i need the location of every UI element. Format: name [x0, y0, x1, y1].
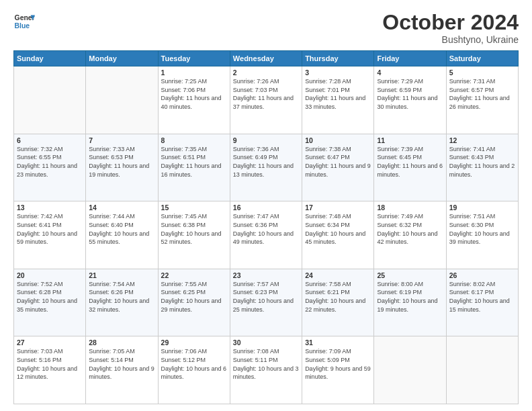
- day-info: Sunrise: 7:35 AMSunset: 6:51 PMDaylight:…: [161, 145, 227, 179]
- calendar-cell: 31Sunrise: 7:09 AMSunset: 5:09 PMDayligh…: [302, 336, 374, 404]
- main-title: October 2024: [382, 11, 519, 34]
- calendar-cell: 16Sunrise: 7:47 AMSunset: 6:36 PMDayligh…: [230, 201, 302, 269]
- day-number: 19: [449, 203, 515, 212]
- day-info: Sunrise: 7:42 AMSunset: 6:41 PMDaylight:…: [17, 212, 83, 246]
- calendar-cell: 13Sunrise: 7:42 AMSunset: 6:41 PMDayligh…: [14, 201, 86, 269]
- day-number: 5: [449, 68, 515, 77]
- day-number: 26: [449, 271, 515, 279]
- day-info: Sunrise: 7:09 AMSunset: 5:09 PMDaylight:…: [305, 347, 371, 381]
- day-info: Sunrise: 7:51 AMSunset: 6:30 PMDaylight:…: [449, 212, 515, 246]
- day-number: 22: [161, 271, 227, 279]
- day-number: 30: [233, 338, 299, 347]
- calendar-cell: 27Sunrise: 7:03 AMSunset: 5:16 PMDayligh…: [14, 336, 86, 404]
- calendar-cell: 19Sunrise: 7:51 AMSunset: 6:30 PMDayligh…: [446, 201, 518, 269]
- calendar-cell: 23Sunrise: 7:57 AMSunset: 6:23 PMDayligh…: [230, 269, 302, 336]
- day-info: Sunrise: 7:41 AMSunset: 6:43 PMDaylight:…: [449, 145, 515, 179]
- day-info: Sunrise: 7:08 AMSunset: 5:11 PMDaylight:…: [233, 347, 299, 381]
- svg-text:Blue: Blue: [15, 22, 30, 30]
- day-info: Sunrise: 7:26 AMSunset: 7:03 PMDaylight:…: [233, 77, 299, 111]
- day-info: Sunrise: 7:03 AMSunset: 5:16 PMDaylight:…: [17, 347, 83, 381]
- day-info: Sunrise: 7:32 AMSunset: 6:55 PMDaylight:…: [17, 145, 83, 179]
- calendar-cell: 5Sunrise: 7:31 AMSunset: 6:57 PMDaylight…: [446, 66, 518, 134]
- calendar-cell: 1Sunrise: 7:25 AMSunset: 7:06 PMDaylight…: [158, 66, 230, 134]
- calendar-week-2: 6Sunrise: 7:32 AMSunset: 6:55 PMDaylight…: [14, 134, 519, 201]
- day-info: Sunrise: 7:48 AMSunset: 6:34 PMDaylight:…: [305, 212, 371, 246]
- day-info: Sunrise: 7:29 AMSunset: 6:59 PMDaylight:…: [377, 77, 443, 111]
- calendar-week-1: 1Sunrise: 7:25 AMSunset: 7:06 PMDaylight…: [14, 66, 519, 134]
- day-number: 8: [161, 136, 227, 144]
- calendar-cell: 3Sunrise: 7:28 AMSunset: 7:01 PMDaylight…: [302, 66, 374, 134]
- day-info: Sunrise: 7:52 AMSunset: 6:28 PMDaylight:…: [17, 280, 83, 314]
- col-saturday: Saturday: [446, 51, 518, 66]
- calendar-week-4: 20Sunrise: 7:52 AMSunset: 6:28 PMDayligh…: [14, 269, 519, 336]
- calendar-cell: 25Sunrise: 8:00 AMSunset: 6:19 PMDayligh…: [374, 269, 446, 336]
- calendar-cell: 6Sunrise: 7:32 AMSunset: 6:55 PMDaylight…: [14, 134, 86, 201]
- day-info: Sunrise: 7:39 AMSunset: 6:45 PMDaylight:…: [377, 145, 443, 179]
- calendar-cell: [374, 336, 446, 404]
- day-number: 24: [305, 271, 371, 279]
- day-info: Sunrise: 7:06 AMSunset: 5:12 PMDaylight:…: [161, 347, 227, 381]
- col-tuesday: Tuesday: [158, 51, 230, 66]
- day-number: 31: [305, 338, 371, 347]
- day-info: Sunrise: 7:45 AMSunset: 6:38 PMDaylight:…: [161, 212, 227, 246]
- calendar-cell: 28Sunrise: 7:05 AMSunset: 5:14 PMDayligh…: [86, 336, 158, 404]
- calendar-cell: 22Sunrise: 7:55 AMSunset: 6:25 PMDayligh…: [158, 269, 230, 336]
- calendar-cell: [14, 66, 86, 134]
- day-number: 4: [377, 68, 443, 77]
- calendar-cell: 24Sunrise: 7:58 AMSunset: 6:21 PMDayligh…: [302, 269, 374, 336]
- title-block: October 2024 Bushtyno, Ukraine: [382, 11, 519, 45]
- day-number: 16: [233, 203, 299, 212]
- subtitle: Bushtyno, Ukraine: [382, 34, 519, 45]
- day-number: 28: [89, 338, 154, 347]
- day-number: 12: [449, 136, 515, 144]
- calendar-cell: 26Sunrise: 8:02 AMSunset: 6:17 PMDayligh…: [446, 269, 518, 336]
- day-number: 25: [377, 271, 443, 279]
- col-sunday: Sunday: [14, 51, 86, 66]
- calendar-table: Sunday Monday Tuesday Wednesday Thursday…: [13, 50, 519, 404]
- calendar-cell: 8Sunrise: 7:35 AMSunset: 6:51 PMDaylight…: [158, 134, 230, 201]
- calendar-cell: 17Sunrise: 7:48 AMSunset: 6:34 PMDayligh…: [302, 201, 374, 269]
- day-number: 27: [17, 338, 83, 347]
- day-number: 10: [305, 136, 371, 144]
- calendar-cell: 21Sunrise: 7:54 AMSunset: 6:26 PMDayligh…: [86, 269, 158, 336]
- calendar-cell: [446, 336, 518, 404]
- day-number: 17: [305, 203, 371, 212]
- day-number: 9: [233, 136, 299, 144]
- day-number: 11: [377, 136, 443, 144]
- logo: General Blue: [13, 11, 35, 32]
- logo-icon: General Blue: [13, 11, 35, 32]
- calendar-cell: 30Sunrise: 7:08 AMSunset: 5:11 PMDayligh…: [230, 336, 302, 404]
- day-info: Sunrise: 7:28 AMSunset: 7:01 PMDaylight:…: [305, 77, 371, 111]
- day-info: Sunrise: 7:55 AMSunset: 6:25 PMDaylight:…: [161, 280, 227, 314]
- calendar-cell: 11Sunrise: 7:39 AMSunset: 6:45 PMDayligh…: [374, 134, 446, 201]
- day-info: Sunrise: 7:38 AMSunset: 6:47 PMDaylight:…: [305, 145, 371, 179]
- calendar-week-5: 27Sunrise: 7:03 AMSunset: 5:16 PMDayligh…: [14, 336, 519, 404]
- calendar-cell: 9Sunrise: 7:36 AMSunset: 6:49 PMDaylight…: [230, 134, 302, 201]
- day-info: Sunrise: 7:54 AMSunset: 6:26 PMDaylight:…: [89, 280, 154, 314]
- calendar-cell: 2Sunrise: 7:26 AMSunset: 7:03 PMDaylight…: [230, 66, 302, 134]
- day-number: 14: [89, 203, 154, 212]
- day-number: 6: [17, 136, 83, 144]
- col-thursday: Thursday: [302, 51, 374, 66]
- day-number: 13: [17, 203, 83, 212]
- day-number: 20: [17, 271, 83, 279]
- calendar-cell: 14Sunrise: 7:44 AMSunset: 6:40 PMDayligh…: [86, 201, 158, 269]
- day-info: Sunrise: 8:02 AMSunset: 6:17 PMDaylight:…: [449, 280, 515, 314]
- day-info: Sunrise: 8:00 AMSunset: 6:19 PMDaylight:…: [377, 280, 443, 314]
- page: General Blue October 2024 Bushtyno, Ukra…: [0, 0, 532, 411]
- day-number: 3: [305, 68, 371, 77]
- day-info: Sunrise: 7:36 AMSunset: 6:49 PMDaylight:…: [233, 145, 299, 179]
- day-number: 18: [377, 203, 443, 212]
- day-info: Sunrise: 7:25 AMSunset: 7:06 PMDaylight:…: [161, 77, 227, 111]
- day-info: Sunrise: 7:47 AMSunset: 6:36 PMDaylight:…: [233, 212, 299, 246]
- day-info: Sunrise: 7:44 AMSunset: 6:40 PMDaylight:…: [89, 212, 154, 246]
- day-number: 7: [89, 136, 154, 144]
- calendar-cell: 12Sunrise: 7:41 AMSunset: 6:43 PMDayligh…: [446, 134, 518, 201]
- calendar-cell: 10Sunrise: 7:38 AMSunset: 6:47 PMDayligh…: [302, 134, 374, 201]
- col-monday: Monday: [86, 51, 158, 66]
- calendar-cell: 18Sunrise: 7:49 AMSunset: 6:32 PMDayligh…: [374, 201, 446, 269]
- col-wednesday: Wednesday: [230, 51, 302, 66]
- day-info: Sunrise: 7:33 AMSunset: 6:53 PMDaylight:…: [89, 145, 154, 179]
- header: General Blue October 2024 Bushtyno, Ukra…: [13, 11, 519, 45]
- day-info: Sunrise: 7:49 AMSunset: 6:32 PMDaylight:…: [377, 212, 443, 246]
